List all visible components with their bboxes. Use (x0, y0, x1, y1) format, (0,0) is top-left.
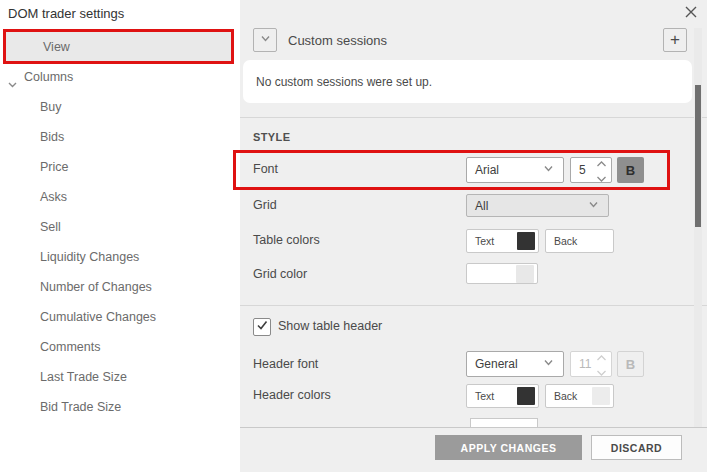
chevron-down-icon (542, 162, 555, 178)
sidebar-item-label: Columns (24, 70, 73, 84)
sidebar-item-cumulative-changes[interactable]: Cumulative Changes (0, 302, 240, 332)
section-divider (240, 117, 707, 118)
scrollbar-track[interactable] (694, 28, 702, 427)
settings-tree: View Columns Buy Bids Price Asks Sell Li… (0, 32, 240, 422)
sidebar-item-bids[interactable]: Bids (0, 122, 240, 152)
dom-trader-settings-dialog: DOM trader settings View Columns Buy Bid… (0, 0, 707, 472)
grid-row-label: Grid (253, 198, 277, 212)
sidebar-item-asks[interactable]: Asks (0, 182, 240, 212)
plus-icon: + (670, 31, 680, 48)
sidebar-item-label: View (43, 40, 70, 54)
grid-color-swatch (516, 265, 534, 283)
sidebar-item-sell[interactable]: Sell (0, 212, 240, 242)
chevron-down-icon (259, 31, 272, 49)
table-colors-row-label: Table colors (253, 233, 320, 247)
header-colors-row-label: Header colors (253, 388, 331, 402)
text-color-swatch (517, 387, 535, 405)
header-font-family-select[interactable]: General (466, 351, 564, 377)
sidebar-item-bid-trade-size[interactable]: Bid Trade Size (0, 392, 240, 422)
sidebar-item-columns[interactable]: Columns (0, 62, 240, 92)
chevron-down-icon[interactable] (596, 171, 607, 185)
table-back-color-button[interactable]: Back (545, 229, 614, 253)
font-size-stepper[interactable]: 5 (570, 157, 612, 183)
style-section-heading: STYLE (253, 131, 290, 143)
sidebar-item-view[interactable]: View (5, 32, 233, 62)
sidebar-item-price[interactable]: Price (0, 152, 240, 182)
sessions-empty-card: No custom sessions were set up. (243, 60, 692, 103)
sessions-section-title: Custom sessions (288, 33, 387, 48)
header-text-color-button[interactable]: Text (466, 384, 539, 408)
apply-changes-button[interactable]: APPLY CHANGES (435, 435, 582, 460)
text-color-swatch (517, 232, 535, 250)
font-bold-toggle[interactable]: B (617, 157, 644, 183)
grid-color-row-label: Grid color (253, 267, 307, 281)
sidebar-item-comments[interactable]: Comments (0, 332, 240, 362)
header-font-row-label: Header font (253, 357, 318, 371)
check-icon (255, 318, 269, 336)
sidebar-item-liquidity-changes[interactable]: Liquidity Changes (0, 242, 240, 272)
grid-select[interactable]: All (466, 194, 609, 217)
show-table-header-checkbox[interactable] (253, 318, 271, 336)
font-family-select[interactable]: Arial (466, 157, 564, 183)
header-font-bold-toggle: B (617, 351, 644, 377)
chevron-up-icon[interactable] (596, 156, 607, 170)
header-font-size-stepper: 11 (570, 351, 612, 377)
dialog-footer: APPLY CHANGES DISCARD (240, 427, 707, 472)
close-icon (684, 7, 698, 22)
chevron-down-icon (596, 365, 607, 379)
header-back-color-button[interactable]: Back (545, 384, 614, 408)
chevron-down-icon (542, 356, 555, 372)
sessions-collapse-button[interactable] (253, 28, 277, 52)
chevron-up-icon (596, 350, 607, 364)
back-color-swatch (592, 232, 610, 250)
sidebar-item-buy[interactable]: Buy (0, 92, 240, 122)
sidebar-item-last-trade-size[interactable]: Last Trade Size (0, 362, 240, 392)
discard-button[interactable]: DISCARD (591, 435, 682, 460)
close-button[interactable] (682, 4, 700, 22)
settings-panel: Custom sessions + No custom sessions wer… (240, 0, 707, 472)
section-divider (240, 305, 707, 306)
font-row-label: Font (253, 162, 278, 176)
sidebar-item-number-of-changes[interactable]: Number of Changes (0, 272, 240, 302)
show-table-header-label: Show table header (278, 319, 382, 333)
chevron-down-icon (587, 198, 600, 214)
sessions-empty-message: No custom sessions were set up. (256, 75, 432, 89)
back-color-swatch (592, 387, 610, 405)
dialog-title: DOM trader settings (0, 0, 240, 25)
settings-sidebar: DOM trader settings View Columns Buy Bid… (0, 0, 240, 472)
scrollbar-thumb[interactable] (695, 85, 701, 227)
add-session-button[interactable]: + (663, 28, 687, 52)
table-text-color-button[interactable]: Text (466, 229, 539, 253)
grid-color-button[interactable] (466, 263, 538, 284)
